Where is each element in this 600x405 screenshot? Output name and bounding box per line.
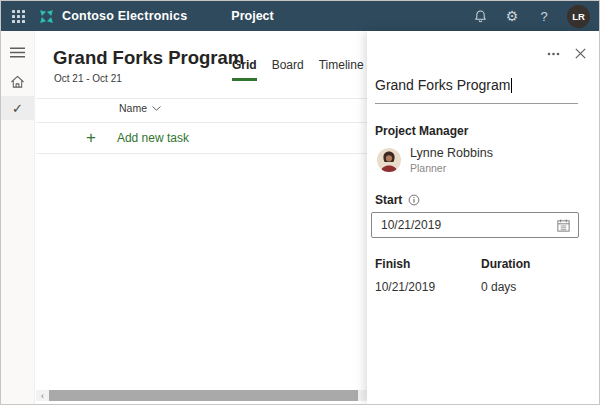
duration-value: 0 days <box>481 280 587 294</box>
tab-grid[interactable]: Grid <box>232 58 257 81</box>
project-manager-label: Project Manager <box>375 124 468 138</box>
nav-tasks-check-icon[interactable]: ✓ <box>1 96 34 120</box>
add-new-task-button[interactable]: + Add new task <box>86 123 189 152</box>
scroll-left-arrow[interactable]: ‹ <box>36 390 49 401</box>
check-glyph: ✓ <box>12 101 23 116</box>
app-name-label[interactable]: Project <box>231 9 273 23</box>
start-date-input[interactable]: 10/21/2019 <box>371 212 579 238</box>
add-new-task-label: Add new task <box>117 131 189 145</box>
tab-board[interactable]: Board <box>272 58 304 81</box>
panel-commands <box>547 48 586 59</box>
help-icon[interactable]: ? <box>528 1 560 31</box>
info-icon[interactable] <box>408 194 420 206</box>
more-options-icon[interactable] <box>547 52 560 56</box>
text-caret <box>511 78 512 93</box>
brand-home-link[interactable]: Contoso Electronics <box>38 8 187 25</box>
project-name-value: Grand Forks Program <box>375 77 510 93</box>
finish-field: Finish 10/21/2019 <box>375 257 481 294</box>
grid-header-top-divider <box>36 98 367 99</box>
calendar-icon[interactable] <box>556 218 571 233</box>
waffle-grid <box>12 10 25 23</box>
duration-field: Duration 0 days <box>481 257 587 294</box>
person-role: Planner <box>410 162 493 174</box>
left-navigation-rail: ✓ <box>1 31 35 404</box>
close-icon[interactable] <box>575 48 586 59</box>
project-name-input[interactable]: Grand Forks Program <box>375 76 578 104</box>
suite-header: Contoso Electronics Project ⚙ ? LR <box>1 1 599 31</box>
finish-duration-section: Finish 10/21/2019 Duration 0 days <box>375 257 587 294</box>
scrollbar-thumb[interactable] <box>49 390 358 401</box>
task-details-panel: Grand Forks Program Project Manager Lynn… <box>367 31 599 404</box>
suite-header-actions: ⚙ ? LR <box>464 1 599 31</box>
horizontal-scrollbar: ‹ <box>36 390 367 401</box>
plus-icon: + <box>86 129 96 146</box>
notifications-bell-icon[interactable] <box>464 1 496 31</box>
chevron-down-icon <box>152 106 161 111</box>
finish-label: Finish <box>375 257 481 271</box>
contoso-pinwheel-logo-icon <box>38 8 55 25</box>
page-title: Grand Forks Program <box>53 47 244 69</box>
start-label: Start <box>375 193 402 207</box>
project-manager-person-card[interactable]: Lynne Robbins Planner <box>377 146 493 174</box>
view-tabs: Grid Board Timeline <box>232 58 364 81</box>
person-text: Lynne Robbins Planner <box>410 146 493 174</box>
brand-name: Contoso Electronics <box>62 9 187 23</box>
nav-menu-hamburger-icon[interactable] <box>1 38 34 67</box>
start-field-label-row: Start <box>375 193 420 207</box>
finish-value: 10/21/2019 <box>375 280 481 294</box>
nav-home-icon[interactable] <box>1 67 34 96</box>
settings-gear-icon[interactable]: ⚙ <box>496 1 528 31</box>
duration-label: Duration <box>481 257 587 271</box>
app-launcher-waffle-icon[interactable] <box>1 1 35 31</box>
main-content: Grand Forks Program Oct 21 - Oct 21 Grid… <box>36 31 367 404</box>
person-name: Lynne Robbins <box>410 146 493 160</box>
project-app-window: Contoso Electronics Project ⚙ ? LR <box>0 0 600 405</box>
project-date-range: Oct 21 - Oct 21 <box>54 73 122 84</box>
start-date-value: 10/21/2019 <box>381 218 556 232</box>
account-avatar[interactable]: LR <box>567 5 590 28</box>
grid-row-divider-2 <box>36 153 367 154</box>
column-header-name[interactable]: Name <box>119 102 161 114</box>
tab-timeline[interactable]: Timeline <box>319 58 364 81</box>
column-header-label: Name <box>119 102 147 114</box>
person-avatar <box>377 148 401 172</box>
